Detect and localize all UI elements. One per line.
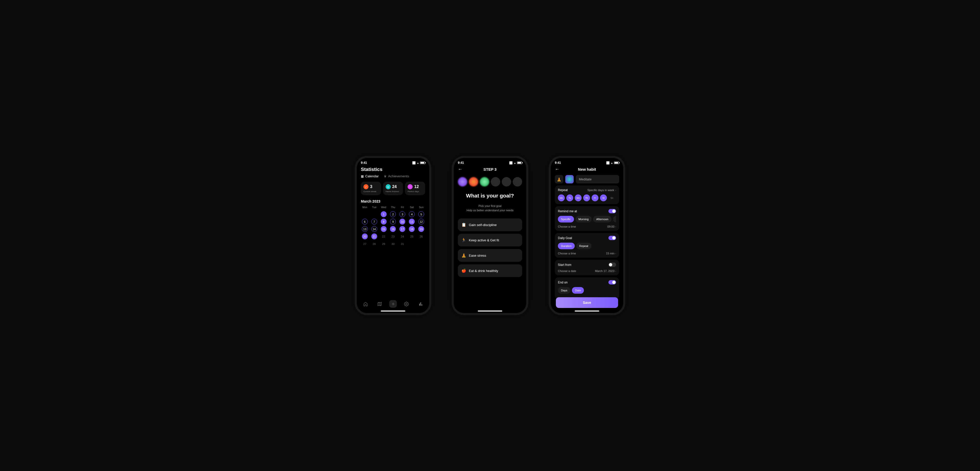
weekday-label: Tue (370, 206, 378, 210)
end-on-toggle[interactable] (608, 280, 616, 285)
calendar-day[interactable]: 7 (371, 219, 377, 224)
goal-option[interactable]: 🏃 Keep active & Get fit (458, 234, 522, 247)
repeat-label: Repeat (558, 188, 568, 192)
screen-goal: 9:41 ← STEP 3 What is your goal? (452, 156, 528, 315)
calendar-day[interactable]: 12 (418, 219, 424, 224)
chip[interactable]: Afternoon (593, 216, 611, 223)
nav-home[interactable] (361, 299, 370, 309)
weekday-label: Wed (380, 206, 388, 210)
day-pill[interactable]: Tu (566, 194, 573, 201)
weekday-label: Fri (398, 206, 406, 210)
chip[interactable]: Repeat (576, 243, 591, 249)
calendar-day[interactable]: 31 (399, 241, 405, 247)
remind-time-button[interactable]: 09:00 › (608, 225, 616, 228)
stat-card: ✓ 3 Current streak (361, 181, 381, 195)
calendar-day[interactable]: 21 (371, 234, 377, 239)
calendar-day[interactable]: 2 (390, 211, 396, 217)
day-pill[interactable]: Th (583, 194, 590, 201)
status-time: 9:41 (361, 161, 367, 165)
calendar-day[interactable]: 19 (418, 226, 424, 232)
calendar-day[interactable]: 26 (418, 234, 424, 239)
day-pill[interactable]: St (600, 194, 607, 201)
calendar-day[interactable]: 14 (371, 226, 377, 232)
tab-achievements[interactable]: ♛ Achievements (384, 174, 409, 178)
chip[interactable]: Duration (558, 243, 575, 249)
calendar-day[interactable]: 13 (362, 226, 368, 232)
calendar-day[interactable]: 20 (362, 234, 368, 239)
weekday-label: Sat (408, 206, 416, 210)
chip[interactable]: Evening (613, 216, 616, 223)
home-indicator[interactable] (478, 310, 502, 312)
calendar-day[interactable]: 15 (381, 226, 387, 232)
signal-icon (412, 161, 416, 165)
save-button[interactable]: Save (556, 297, 618, 308)
remind-toggle[interactable] (608, 209, 616, 213)
day-pill[interactable]: Fr (592, 194, 598, 201)
habit-emoji: 🧘 (557, 177, 561, 181)
calendar-day[interactable]: 28 (371, 241, 377, 247)
progress-circles (458, 177, 522, 186)
goal-emoji: 🍎 (461, 269, 466, 273)
goal-option[interactable]: 📋 Gain self-discipline (458, 218, 522, 231)
chip[interactable]: Morning (576, 216, 592, 223)
start-choose-label: Choose a date (558, 269, 576, 272)
calendar-day[interactable]: 8 (381, 219, 387, 224)
nav-stats[interactable] (416, 299, 425, 309)
repeat-value-button[interactable]: Specific days in week › (587, 189, 616, 192)
svg-point-0 (406, 303, 407, 305)
calendar-day[interactable]: 10 (399, 219, 405, 224)
calendar-day[interactable]: 29 (381, 241, 387, 247)
stat-value: 3 (370, 185, 372, 189)
calendar-day[interactable]: 25 (409, 234, 415, 239)
tab-calendar[interactable]: ▦ Calendar (361, 174, 379, 178)
trophy-icon: ♛ (384, 175, 387, 178)
start-date-button[interactable]: March 17, 2023 › (595, 269, 616, 272)
goal-option[interactable]: 🧘 Ease stress (458, 249, 522, 262)
home-indicator[interactable] (575, 310, 599, 312)
progress-dot (469, 177, 478, 186)
calendar-day[interactable]: 18 (409, 226, 415, 232)
start-from-toggle[interactable] (608, 263, 616, 267)
habit-color-picker[interactable] (565, 175, 574, 183)
day-pill[interactable]: Wn (575, 194, 582, 201)
calendar-day[interactable]: 27 (362, 241, 368, 247)
chip[interactable]: Specific (558, 216, 574, 223)
back-button[interactable]: ← (555, 167, 559, 172)
daily-goal-toggle[interactable] (608, 236, 616, 240)
calendar-day[interactable]: 24 (399, 234, 405, 239)
chip[interactable]: Days (558, 287, 570, 294)
calendar-day[interactable]: 17 (399, 226, 405, 232)
calendar-day[interactable]: 5 (418, 211, 424, 217)
nav-add[interactable] (389, 300, 397, 308)
save-label: Save (583, 301, 591, 305)
tab-bar (361, 299, 425, 309)
remind-choose-label: Choose a time (558, 225, 576, 228)
calendar-day[interactable]: 9 (390, 219, 396, 224)
calendar-day[interactable]: 23 (390, 234, 396, 239)
calendar-day[interactable]: 1 (381, 211, 387, 217)
wifi-icon (417, 161, 419, 165)
calendar-day[interactable]: 11 (409, 219, 415, 224)
progress-dot (458, 177, 467, 186)
remind-panel: Remind me at SpecificMorningAfternoonEve… (555, 206, 619, 231)
daily-value-button[interactable]: 15 min › (606, 252, 616, 255)
repeat-value: Specific days in week (587, 189, 614, 192)
calendar-day[interactable]: 16 (390, 226, 396, 232)
chip[interactable]: Date (572, 287, 584, 294)
nav-settings[interactable] (402, 299, 411, 309)
calendar-day[interactable]: 3 (399, 211, 405, 217)
calendar-day[interactable]: 30 (390, 241, 396, 247)
goal-sub-2: Help us better understand your needs (458, 208, 522, 213)
nav-map[interactable] (375, 299, 384, 309)
back-button[interactable]: ← (458, 167, 463, 172)
habit-emoji-picker[interactable]: 🧘 (555, 175, 563, 183)
habit-name-input[interactable]: Meditate (576, 175, 619, 183)
calendar-day[interactable]: 22 (381, 234, 387, 239)
calendar-day[interactable]: 4 (409, 211, 415, 217)
calendar-day[interactable]: 6 (362, 219, 368, 224)
goal-option[interactable]: 🍎 Eat & drink healthily (458, 264, 522, 277)
daily-goal-label: Daily Goal (558, 236, 572, 240)
day-pill[interactable]: Sn (608, 194, 615, 201)
home-indicator[interactable] (381, 310, 405, 312)
day-pill[interactable]: Mn (558, 194, 565, 201)
